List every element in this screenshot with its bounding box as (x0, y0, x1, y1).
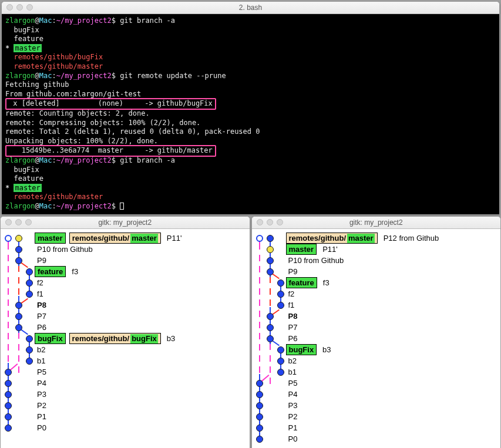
commit-row[interactable]: P2 (3, 400, 247, 411)
close-icon[interactable] (257, 219, 263, 225)
graph-lane (3, 425, 14, 432)
graph-lane (14, 235, 24, 242)
commit-dot-icon (277, 346, 284, 353)
commit-dot-icon (277, 369, 284, 376)
commit-row[interactable]: P2 (254, 411, 499, 422)
commit-row[interactable]: b1 (3, 355, 247, 366)
close-icon[interactable] (6, 4, 13, 11)
commit-row[interactable]: masterP11' (254, 244, 499, 255)
commit-row[interactable]: masterremotes/github/masterP11' (3, 233, 247, 244)
local-branch-tag[interactable]: bugFix (286, 344, 317, 355)
commit-dot-icon (267, 235, 274, 242)
commit-dot-icon (277, 302, 284, 309)
commit-message: b1 (288, 368, 297, 376)
commit-message: b1 (37, 356, 45, 365)
terminal-title: 2. bash (239, 4, 262, 12)
commit-message: f3 (323, 278, 329, 287)
commit-row[interactable]: P5 (3, 366, 247, 378)
minimize-icon[interactable] (16, 4, 23, 11)
commit-row[interactable]: b2 (3, 344, 247, 355)
commit-row[interactable]: featuref3 (3, 266, 247, 277)
commit-row[interactable]: P9 (254, 266, 499, 277)
commit-row[interactable]: P6 (254, 333, 499, 344)
commit-row[interactable]: P8 (254, 311, 499, 322)
graph-lane (275, 358, 286, 365)
zoom-icon[interactable] (26, 4, 33, 11)
commit-row[interactable]: P6 (3, 322, 247, 333)
commit-row[interactable]: P0 (3, 422, 247, 433)
commit-row[interactable]: bugFixb3 (254, 344, 499, 355)
commit-dot-icon (15, 257, 22, 264)
commit-row[interactable]: remotes/github/masterP12 from Github (254, 233, 499, 244)
minimize-icon[interactable] (15, 219, 22, 225)
commit-row[interactable]: P4 (3, 378, 247, 389)
commit-row[interactable]: b2 (254, 355, 499, 366)
local-branch-tag[interactable]: master (35, 233, 66, 244)
local-branch-tag[interactable]: feature (286, 277, 317, 288)
commit-message: f2 (288, 289, 295, 298)
commit-row[interactable]: f2 (254, 288, 499, 299)
zoom-icon[interactable] (25, 219, 32, 225)
gitk-window-right: gitk: my_project2 remotes/github/masterP… (251, 216, 502, 448)
commit-dot-icon (15, 313, 22, 320)
commit-row[interactable]: f1 (3, 288, 247, 299)
commit-row[interactable]: P10 from Github (3, 244, 247, 255)
terminal-titlebar[interactable]: 2. bash (2, 2, 499, 14)
commit-dot-icon (277, 291, 284, 298)
commit-row[interactable]: P10 from Github (254, 255, 499, 266)
graph-lane (254, 402, 265, 409)
remote-branch-tag[interactable]: remotes/github/master (69, 233, 161, 244)
gitk-titlebar-left[interactable]: gitk: my_project2 (1, 217, 250, 229)
commit-row[interactable]: P9 (3, 255, 247, 266)
local-branch-tag[interactable]: bugFix (35, 333, 66, 344)
zoom-icon[interactable] (277, 219, 283, 225)
commit-dot-icon (5, 413, 12, 420)
commit-row[interactable]: P0 (254, 433, 499, 444)
gitk-titlebar-right[interactable]: gitk: my_project2 (252, 217, 501, 229)
graph-lane (24, 358, 35, 365)
remote-branch-tag[interactable]: remotes/github/master (286, 233, 378, 244)
commit-dot-icon (267, 313, 274, 320)
commit-message: P1 (37, 412, 46, 421)
commit-dot-icon (26, 268, 33, 275)
commit-row[interactable]: P1 (3, 411, 247, 422)
commit-row[interactable]: f1 (254, 299, 499, 311)
commit-dot-icon (5, 369, 12, 376)
commit-message: P10 from Github (288, 256, 344, 265)
commit-message: P1 (288, 423, 298, 432)
commit-message: f1 (37, 289, 43, 298)
commit-message: P6 (288, 334, 298, 343)
gitk-graph-left[interactable]: masterremotes/github/masterP11'P10 from … (1, 229, 250, 439)
terminal-output[interactable]: zlargon@Mac:~/my_project2$ git branch -a… (2, 14, 499, 214)
local-branch-tag[interactable]: master (286, 244, 317, 255)
commit-dot-icon (26, 291, 33, 298)
commit-message: P7 (37, 312, 46, 321)
commit-message: f1 (288, 301, 295, 309)
commit-row[interactable]: P4 (254, 389, 499, 400)
commit-row[interactable]: P5 (254, 378, 499, 389)
remote-branch-tag[interactable]: remotes/github/bugFix (69, 333, 161, 344)
gitk-graph-right[interactable]: remotes/github/masterP12 from Githubmast… (252, 229, 501, 448)
commit-row[interactable]: f2 (3, 277, 247, 288)
commit-row[interactable]: P7 (254, 322, 499, 333)
commit-message: P4 (37, 379, 46, 388)
commit-row[interactable]: b1 (254, 366, 499, 378)
graph-lane (14, 246, 24, 253)
commit-dot-icon (256, 436, 263, 443)
commit-row[interactable]: P8 (3, 299, 247, 311)
commit-dot-icon (5, 425, 12, 432)
commit-message: P8 (288, 312, 298, 321)
commit-row[interactable]: featuref3 (254, 277, 499, 288)
commit-row[interactable]: P3 (254, 400, 499, 411)
commit-message: P3 (37, 390, 46, 399)
commit-row[interactable]: P1 (254, 422, 499, 433)
tag-marker-icon (256, 235, 263, 242)
close-icon[interactable] (5, 219, 12, 225)
commit-dot-icon (15, 324, 22, 331)
local-branch-tag[interactable]: feature (35, 266, 66, 277)
commit-message: P3 (288, 401, 298, 410)
commit-row[interactable]: P7 (3, 311, 247, 322)
commit-row[interactable]: P3 (3, 389, 247, 400)
minimize-icon[interactable] (267, 219, 273, 225)
commit-row[interactable]: bugFixremotes/github/bugFixb3 (3, 333, 247, 344)
